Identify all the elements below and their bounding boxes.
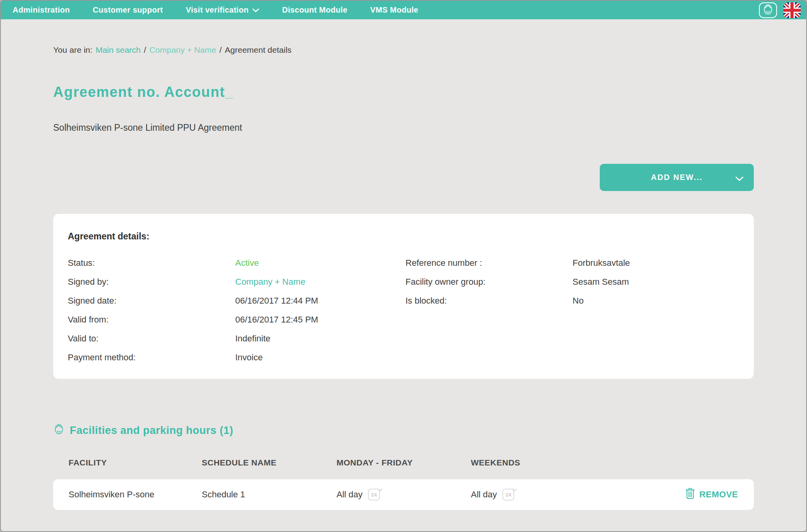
detail-row-payment-method: Payment method: Invoice	[68, 348, 405, 367]
detail-label: Valid to:	[68, 334, 235, 344]
facilities-table-row: Solheimsviken P-sone Schedule 1 All day …	[53, 479, 754, 510]
add-new-button-label: ADD NEW...	[651, 173, 703, 182]
monday-friday-cell: All day 24	[337, 489, 471, 500]
breadcrumb-separator: /	[219, 45, 222, 55]
nav-item-visit-verification[interactable]: Visit verification	[186, 6, 259, 15]
detail-value: Forbruksavtale	[573, 258, 630, 268]
app-window: Administration Customer support Visit ve…	[0, 0, 807, 532]
facilities-heading-text: Facilities and parking hours (1)	[70, 424, 233, 437]
top-navbar: Administration Customer support Visit ve…	[1, 1, 806, 19]
detail-value: Sesam Sesam	[573, 277, 629, 287]
status-value: Active	[235, 258, 259, 268]
breadcrumb-separator: /	[144, 45, 146, 55]
remove-button-label: REMOVE	[699, 489, 738, 500]
card-heading: Agreement details:	[68, 231, 738, 242]
nav-item-customer-support[interactable]: Customer support	[93, 6, 163, 15]
nav-item-label: Visit verification	[186, 6, 249, 15]
detail-label: Payment method:	[68, 352, 235, 363]
main-content: You are in: Main search / Company + Name…	[1, 45, 806, 510]
trash-icon	[685, 488, 695, 502]
weekends-cell: All day 24	[471, 489, 617, 500]
column-header-monday-friday: MONDAY - FRIDAY	[337, 458, 471, 467]
facility-cell: Solheimsviken P-sone	[69, 489, 202, 500]
details-columns: Status: Active Signed by: Company + Name…	[68, 254, 738, 367]
detail-value: Indefinite	[235, 334, 270, 344]
detail-row-reference-number: Reference number : Forbruksavtale	[405, 254, 738, 272]
detail-label: Valid from:	[68, 315, 235, 325]
remove-cell: REMOVE	[685, 488, 754, 502]
details-column-right: Reference number : Forbruksavtale Facili…	[405, 254, 738, 367]
nav-item-administration[interactable]: Administration	[13, 6, 70, 15]
detail-row-status: Status: Active	[68, 254, 405, 272]
24-hour-icon: 24	[368, 489, 380, 500]
detail-row-signed-date: Signed date: 06/16/2017 12:44 PM	[68, 291, 405, 310]
detail-label: Signed date:	[68, 296, 235, 306]
page-subtitle: Solheimsviken P-sone Limited PPU Agreeme…	[53, 122, 754, 133]
column-header-facility: FACILITY	[69, 458, 202, 467]
column-header-schedule-name: SCHEDULE NAME	[202, 458, 337, 467]
details-column-left: Status: Active Signed by: Company + Name…	[68, 254, 405, 367]
profile-button[interactable]	[759, 2, 777, 18]
breadcrumb: You are in: Main search / Company + Name…	[53, 45, 754, 55]
chevron-down-icon	[252, 6, 259, 15]
page-title-cursor: _	[225, 84, 234, 100]
page-title-text: Agreement no. Account	[53, 84, 225, 100]
detail-label: Reference number :	[405, 258, 573, 268]
nav-item-label: Customer support	[93, 6, 163, 15]
nav-item-label: VMS Module	[370, 6, 418, 15]
detail-label: Is blocked:	[405, 296, 573, 306]
add-new-button[interactable]: ADD NEW...	[600, 164, 754, 191]
nav-item-vms-module[interactable]: VMS Module	[370, 6, 418, 15]
breadcrumb-link-company-name[interactable]: Company + Name	[149, 45, 216, 55]
detail-value: No	[573, 296, 584, 306]
agreement-details-card: Agreement details: Status: Active Signed…	[53, 214, 754, 379]
profile-face-icon	[762, 3, 774, 17]
detail-value: Invoice	[235, 352, 263, 363]
breadcrumb-prefix: You are in:	[53, 45, 93, 55]
detail-row-is-blocked: Is blocked: No	[405, 291, 738, 310]
detail-label: Signed by:	[68, 277, 235, 287]
breadcrumb-link-main-search[interactable]: Main search	[96, 45, 141, 55]
detail-value: 06/16/2017 12:45 PM	[235, 315, 318, 325]
breadcrumb-current: Agreement details	[225, 45, 292, 55]
24-hour-icon: 24	[502, 489, 514, 500]
monday-friday-value: All day	[337, 489, 363, 500]
facilities-section-heading: Facilities and parking hours (1)	[53, 423, 754, 438]
schedule-name-cell: Schedule 1	[202, 489, 337, 500]
uk-flag-icon	[783, 2, 801, 18]
detail-row-valid-to: Valid to: Indefinite	[68, 329, 405, 348]
weekends-value: All day	[471, 489, 497, 500]
nav-item-label: Administration	[13, 6, 70, 15]
detail-label: Facility owner group:	[405, 277, 573, 287]
chevron-down-icon	[735, 174, 744, 184]
detail-row-facility-owner-group: Facility owner group: Sesam Sesam	[405, 272, 738, 291]
nav-item-label: Discount Module	[282, 6, 348, 15]
detail-value: 06/16/2017 12:44 PM	[235, 296, 318, 306]
page-title: Agreement no. Account_	[53, 84, 754, 100]
facilities-table-header: FACILITY SCHEDULE NAME MONDAY - FRIDAY W…	[53, 458, 754, 467]
signed-by-link[interactable]: Company + Name	[235, 277, 305, 287]
nav-item-discount-module[interactable]: Discount Module	[282, 6, 348, 15]
column-header-weekends: WEEKENDS	[471, 458, 617, 467]
detail-row-signed-by: Signed by: Company + Name	[68, 272, 405, 291]
language-button[interactable]	[783, 2, 801, 18]
detail-row-valid-from: Valid from: 06/16/2017 12:45 PM	[68, 310, 405, 329]
detail-label: Status:	[68, 258, 235, 268]
toolbar-row: ADD NEW...	[53, 164, 754, 191]
face-icon	[53, 423, 65, 438]
remove-button[interactable]: REMOVE	[685, 488, 738, 502]
